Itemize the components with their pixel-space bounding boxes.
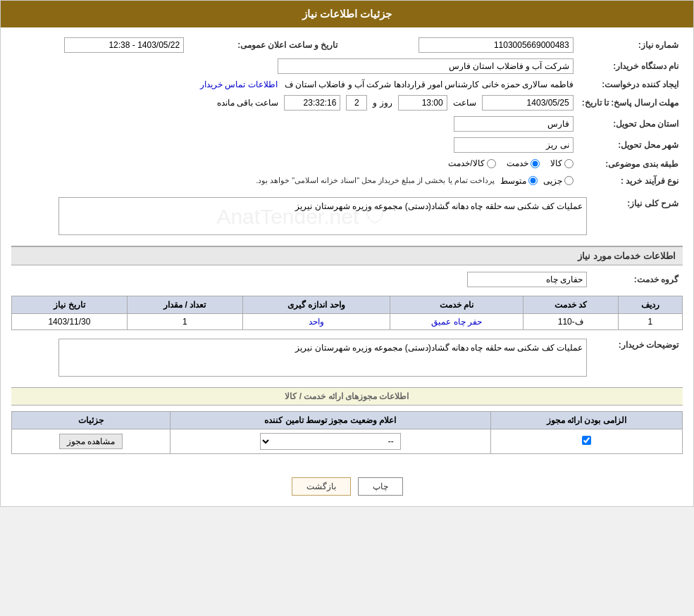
- col-unit: واحد اندازه گیری: [242, 296, 390, 313]
- sharh-value: 🛡 AnatTender.net: [11, 194, 591, 240]
- mohlat-remaining-label: ساعت باقی مانده: [217, 98, 279, 108]
- tarikh-input[interactable]: [64, 37, 184, 53]
- cell-date: 1403/11/30: [12, 313, 128, 329]
- radio-khedmat[interactable]: خدمت: [507, 158, 540, 168]
- col-radif: ردیف: [618, 296, 682, 313]
- tarikh-label: تاریخ و ساعت اعلان عمومی:: [188, 34, 352, 56]
- ostan-input[interactable]: [454, 116, 574, 132]
- radio-motavasset-label: متوسط: [500, 176, 526, 186]
- license-required-checkbox[interactable]: [582, 436, 591, 445]
- ostan-label: استان محل تحویل:: [578, 113, 683, 134]
- radio-kala-khedmat-input[interactable]: [487, 159, 496, 168]
- col-count: تعداد / مقدار: [127, 296, 242, 313]
- radio-motavasset-input[interactable]: [528, 176, 538, 185]
- ijad-konande-text: فاطمه سالاری حمزه خانی کارشناس امور قرار…: [285, 80, 574, 89]
- tabaqe-value: کالا خدمت کالا/خدمت: [11, 156, 578, 173]
- mohlat-row: ساعت روز و ساعت باقی مانده: [11, 92, 578, 113]
- tamas-khardar-link[interactable]: اطلاعات تماس خریدار: [200, 80, 278, 89]
- sharh-label: شرح کلی نیاز:: [591, 194, 683, 240]
- ijad-konande-value: فاطمه سالاری حمزه خانی کارشناس امور قرار…: [11, 77, 578, 92]
- grohe-table: گروه خدمت:: [11, 269, 683, 290]
- grohe-label: گروه خدمت:: [591, 269, 683, 290]
- info-table: شماره نیاز: تاریخ و ساعت اعلان عمومی: نا…: [11, 34, 683, 189]
- radio-kala-input[interactable]: [564, 159, 574, 168]
- tabaqe-label: طبقه بندی موضوعی:: [578, 156, 683, 173]
- sharh-textarea[interactable]: [58, 197, 587, 235]
- cell-count: 1: [127, 313, 242, 329]
- cell-name[interactable]: حفر چاه عمیق: [390, 313, 523, 329]
- cell-radif: 1: [618, 313, 682, 329]
- grohe-value: [11, 269, 591, 290]
- shomare-niaz-input[interactable]: [419, 37, 574, 53]
- mohlat-countdown-input[interactable]: [284, 95, 340, 111]
- ostan-value: [11, 113, 578, 134]
- radio-jozi-input[interactable]: [564, 176, 574, 185]
- mohlat-label: مهلت ارسال پاسخ: تا تاریخ:: [578, 92, 683, 113]
- col-name: نام خدمت: [390, 296, 523, 313]
- table-row: 1 ف-110 حفر چاه عمیق واحد 1 1403/11/30: [12, 313, 683, 329]
- services-data-table: ردیف کد خدمت نام خدمت واحد اندازه گیری ت…: [11, 296, 683, 330]
- license-status-select[interactable]: --: [260, 433, 401, 450]
- buyer-notes-table: توضیحات خریدار:: [11, 336, 683, 382]
- radio-kala-label: کالا: [550, 158, 562, 168]
- grohe-input[interactable]: [467, 272, 587, 287]
- page-wrapper: جزئیات اطلاعات نیاز شماره نیاز: تاریخ و …: [0, 0, 694, 507]
- sharh-table: شرح کلی نیاز: 🛡 AnatTender.net: [11, 194, 683, 240]
- page-title: جزئیات اطلاعات نیاز: [1, 1, 693, 27]
- mohlat-time-input[interactable]: [398, 95, 447, 111]
- license-required-cell: [490, 429, 682, 453]
- buyer-notes-label: توضیحات خریدار:: [591, 336, 683, 382]
- col-kod: کد خدمت: [523, 296, 618, 313]
- buyer-notes-textarea[interactable]: [58, 339, 587, 377]
- shomare-niaz-value: [352, 34, 578, 56]
- noe-farayand-value: جزیی متوسط پرداخت تمام یا بخشی از مبلغ خ…: [11, 173, 578, 189]
- shahr-label: شهر محل تحویل:: [578, 134, 683, 156]
- content-area: شماره نیاز: تاریخ و ساعت اعلان عمومی: نا…: [1, 27, 693, 467]
- mohlat-time-label: ساعت: [453, 98, 476, 108]
- print-button[interactable]: چاپ: [358, 477, 403, 496]
- ijad-konande-label: ایجاد کننده درخواست:: [578, 77, 683, 92]
- shomare-niaz-label: شماره نیاز:: [578, 34, 683, 56]
- license-details-cell: مشاهده مجوز: [12, 429, 171, 453]
- license-table-row: -- مشاهده مجوز: [12, 429, 683, 453]
- nam-dastgah-label: نام دستگاه خریدار:: [578, 56, 683, 77]
- mohlat-days-input[interactable]: [346, 95, 367, 111]
- services-section-title: اطلاعات خدمات مورد نیاز: [11, 246, 683, 265]
- bottom-buttons: چاپ بازگشت: [1, 467, 693, 506]
- shahr-input[interactable]: [454, 137, 574, 153]
- radio-motavasset[interactable]: متوسط: [500, 176, 538, 186]
- license-section-title: اطلاعات مجوزهای ارائه خدمت / کالا: [11, 387, 683, 406]
- buyer-notes-value: [11, 336, 591, 382]
- radio-kala-khedmat[interactable]: کالا/خدمت: [448, 158, 495, 168]
- license-col-required: الزامی بودن ارائه مجوز: [490, 411, 682, 429]
- license-table: الزامی بودن ارائه مجوز اعلام وضعیت مجوز …: [11, 411, 683, 454]
- radio-khedmat-label: خدمت: [507, 158, 528, 168]
- cell-unit[interactable]: واحد: [242, 313, 390, 329]
- shahr-value: [11, 134, 578, 156]
- col-date: تاریخ نیاز: [12, 296, 128, 313]
- license-status-cell: --: [170, 429, 490, 453]
- noe-farayand-label: نوع فرآیند خرید :: [578, 173, 683, 189]
- radio-jozi-label: جزیی: [543, 176, 562, 186]
- mohlat-days-label: روز و: [373, 98, 392, 108]
- mohlat-date-input[interactable]: [482, 95, 574, 111]
- radio-jozi[interactable]: جزیی: [543, 176, 574, 186]
- cell-kod: ف-110: [523, 313, 618, 329]
- nam-dastgah-input[interactable]: [278, 58, 574, 74]
- radio-kala-khedmat-label: کالا/خدمت: [448, 158, 484, 168]
- radio-kala[interactable]: کالا: [550, 158, 574, 168]
- nam-dastgah-value: [11, 56, 578, 77]
- back-button[interactable]: بازگشت: [292, 477, 351, 496]
- license-col-details: جزئیات: [12, 411, 171, 429]
- farayand-note: پرداخت تمام یا بخشی از مبلغ خریداز محل "…: [256, 176, 495, 185]
- view-license-button[interactable]: مشاهده مجوز: [59, 434, 123, 449]
- license-col-status: اعلام وضعیت مجوز توسط تامین کننده: [170, 411, 490, 429]
- tarikh-value: [11, 34, 188, 56]
- radio-khedmat-input[interactable]: [531, 159, 540, 168]
